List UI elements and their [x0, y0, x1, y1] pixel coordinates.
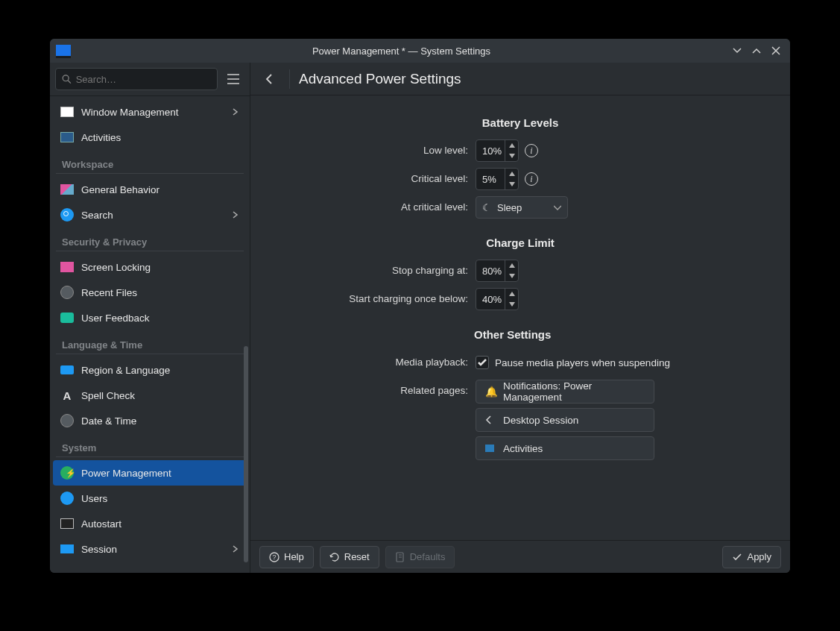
spin-down-button[interactable] [505, 299, 518, 310]
category-system: System [56, 433, 244, 457]
checkbox-label: Pause media players when suspending [495, 357, 670, 368]
sidebar-item-label: Users [81, 493, 107, 504]
sidebar-item-date-time[interactable]: Date & Time [53, 408, 247, 433]
sidebar-list[interactable]: Window Management Activities Workspace G… [50, 96, 250, 573]
sidebar-scrollbar[interactable] [244, 96, 248, 573]
sidebar-item-label: Region & Language [81, 365, 170, 376]
combo-value: Sleep [497, 202, 554, 213]
combo-at-critical[interactable]: ☾ Sleep [476, 196, 568, 219]
help-button[interactable]: ? Help [259, 546, 314, 568]
search-input[interactable] [76, 74, 211, 85]
category-workspace: Workspace [56, 150, 244, 174]
undo-icon [329, 552, 340, 562]
sidebar-item-label: Activities [81, 132, 121, 143]
category-privacy: Security & Privacy [56, 227, 244, 251]
reset-button[interactable]: Reset [320, 546, 379, 568]
label-start-charging: Start charging once below: [259, 288, 476, 310]
sidebar-item-session[interactable]: Session [53, 536, 247, 562]
related-activities-button[interactable]: Activities [476, 436, 654, 460]
button-label: Defaults [410, 551, 446, 562]
chevron-right-icon [232, 210, 239, 221]
minimize-button[interactable] [729, 43, 745, 59]
sidebar-item-window-management[interactable]: Window Management [53, 99, 247, 125]
sidebar-item-user-feedback[interactable]: User Feedback [53, 305, 247, 330]
button-label: Help [284, 551, 304, 562]
checkbox-pause-media[interactable] [476, 356, 489, 369]
window-title: Power Management * — System Settings [77, 45, 726, 57]
chevron-right-icon [232, 107, 239, 118]
spin-stop-charging[interactable]: 80% [476, 260, 519, 282]
sidebar-item-label: Search [81, 210, 113, 221]
link-label: Desktop Session [503, 415, 578, 426]
sidebar-item-region-language[interactable]: Region & Language [53, 357, 247, 383]
activities-small-icon [485, 445, 497, 452]
titlebar: Power Management * — System Settings [50, 39, 790, 63]
category-language: Language & Time [56, 330, 244, 354]
sidebar-item-label: General Behavior [81, 184, 160, 195]
sidebar-item-label: Screen Locking [81, 262, 151, 273]
sidebar-item-users[interactable]: Users [53, 486, 247, 511]
footer-buttons: ? Help Reset Defaults Apply [250, 540, 790, 573]
section-title-battery: Battery Levels [345, 116, 695, 129]
spin-up-button[interactable] [505, 169, 518, 179]
search-input-wrapper[interactable] [55, 68, 218, 90]
sidebar-item-activities[interactable]: Activities [53, 125, 247, 150]
sidebar-item-label: Spell Check [81, 390, 135, 401]
maximize-button[interactable] [748, 43, 765, 59]
check-icon [732, 552, 742, 562]
label-at-critical: At critical level: [259, 196, 476, 219]
sidebar-item-label: Window Management [81, 107, 179, 118]
sidebar-item-recent-files[interactable]: Recent Files [53, 280, 247, 305]
power-icon: ⚡ [60, 466, 74, 480]
system-settings-window: Power Management * — System Settings [50, 39, 790, 573]
info-icon[interactable]: i [525, 172, 538, 186]
page-title: Advanced Power Settings [299, 71, 461, 87]
chevron-left-icon [265, 74, 275, 84]
related-notifications-button[interactable]: 🔔 Notifications: Power Management [476, 380, 654, 404]
back-button[interactable] [259, 69, 280, 90]
region-icon [60, 363, 74, 377]
page-header: Advanced Power Settings [250, 63, 790, 95]
hamburger-icon [227, 74, 239, 84]
sidebar-item-search[interactable]: Search [53, 202, 247, 227]
feedback-icon [60, 311, 74, 324]
chevron-left-icon [485, 415, 497, 424]
users-icon [60, 492, 74, 505]
spin-up-button[interactable] [505, 140, 518, 151]
sidebar-item-label: User Feedback [81, 313, 150, 324]
sidebar-item-spell-check[interactable]: A Spell Check [53, 383, 247, 408]
help-icon: ? [269, 552, 280, 562]
bell-icon: 🔔 [485, 386, 497, 398]
spin-critical-level[interactable]: 5% [476, 168, 519, 190]
scrollbar-thumb[interactable] [244, 346, 248, 562]
sidebar-item-label: Date & Time [81, 415, 136, 427]
spin-up-button[interactable] [505, 260, 518, 271]
section-title-other: Other Settings [474, 328, 790, 341]
related-desktop-session-button[interactable]: Desktop Session [476, 408, 654, 432]
spin-value: 10% [476, 145, 505, 157]
sidebar-item-power-management[interactable]: ⚡ Power Management [53, 460, 247, 486]
spin-value: 40% [476, 294, 505, 305]
hamburger-menu-button[interactable] [222, 68, 244, 90]
spin-down-button[interactable] [505, 271, 518, 281]
sidebar-item-general-behavior[interactable]: General Behavior [53, 177, 247, 202]
svg-line-1 [68, 81, 71, 84]
label-stop-charging: Stop charging at: [259, 260, 476, 282]
spin-down-button[interactable] [505, 151, 518, 161]
label-critical-level: Critical level: [259, 168, 476, 190]
close-button[interactable] [768, 43, 784, 59]
spin-up-button[interactable] [505, 289, 518, 299]
apply-button[interactable]: Apply [722, 546, 781, 568]
sidebar-item-autostart[interactable]: Autostart [53, 511, 247, 536]
label-related-pages: Related pages: [259, 380, 476, 402]
link-label: Notifications: Power Management [503, 380, 645, 403]
info-icon[interactable]: i [525, 144, 538, 157]
spin-start-charging[interactable]: 40% [476, 288, 519, 310]
button-label: Apply [747, 551, 771, 562]
search-icon [62, 74, 72, 84]
spin-low-level[interactable]: 10% [476, 139, 519, 162]
sidebar-item-screen-locking[interactable]: Screen Locking [53, 254, 247, 280]
lock-icon [60, 260, 74, 274]
section-title-charge: Charge Limit [345, 236, 695, 249]
spin-down-button[interactable] [505, 179, 518, 189]
